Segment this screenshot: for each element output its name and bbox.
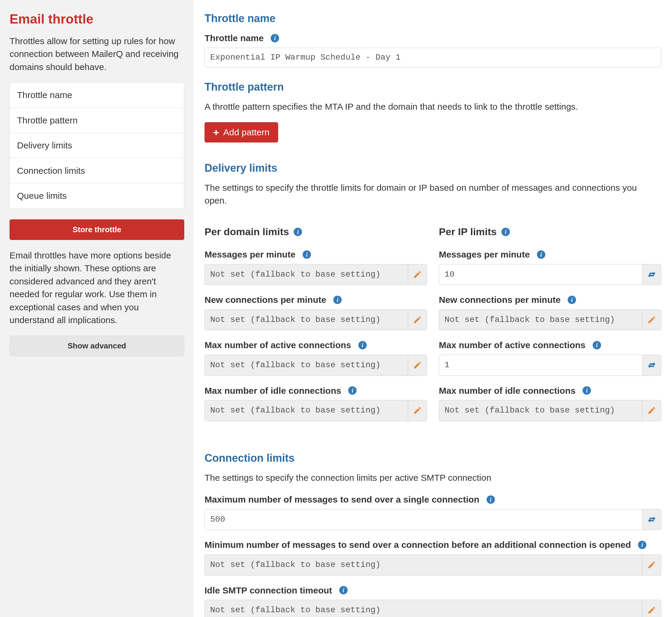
nav-throttle-name[interactable]: Throttle name <box>10 82 184 108</box>
info-icon[interactable]: i <box>487 495 495 504</box>
pencil-icon <box>647 406 656 415</box>
per-domain-column: Per domain limits i Messages per minute … <box>204 219 427 429</box>
pencil-icon <box>413 270 422 279</box>
edit-button[interactable] <box>408 355 427 376</box>
pencil-icon <box>413 361 422 370</box>
idle-smtp-timeout-input[interactable]: Not set (fallback to base setting) <box>204 600 642 617</box>
domain-max-idle-input[interactable]: Not set (fallback to base setting) <box>204 400 408 421</box>
sidebar-title: Email throttle <box>10 10 184 29</box>
info-icon[interactable]: i <box>333 296 342 304</box>
per-ip-heading: Per IP limits i <box>439 224 661 239</box>
label-text: Messages per minute <box>204 248 296 261</box>
add-pattern-button[interactable]: + Add pattern <box>204 122 278 143</box>
info-icon[interactable]: i <box>638 541 646 549</box>
max-msgs-single-conn-label: Maximum number of messages to send over … <box>204 493 661 506</box>
info-icon[interactable]: i <box>568 296 576 304</box>
pencil-icon <box>413 406 422 415</box>
domain-msgs-per-min-input[interactable]: Not set (fallback to base setting) <box>204 264 408 285</box>
label-text: Max number of idle connections <box>439 384 575 397</box>
ip-max-idle-input[interactable]: Not set (fallback to base setting) <box>439 400 642 421</box>
edit-button[interactable] <box>642 555 661 576</box>
info-icon[interactable]: i <box>582 386 591 395</box>
label-text: Max number of active connections <box>204 339 351 352</box>
plus-icon: + <box>213 127 219 138</box>
label-text: Minimum number of messages to send over … <box>204 538 631 552</box>
ip-new-conn-label: New connections per minute i <box>439 293 661 306</box>
store-throttle-button[interactable]: Store throttle <box>10 219 184 240</box>
reset-button[interactable] <box>642 509 661 530</box>
nav-connection-limits[interactable]: Connection limits <box>10 158 184 184</box>
edit-button[interactable] <box>642 310 661 331</box>
ip-max-active-label: Max number of active connections i <box>439 339 661 352</box>
domain-max-idle-label: Max number of idle connections i <box>204 384 427 397</box>
sidebar: Email throttle Throttles allow for setti… <box>0 0 194 617</box>
label-text: Max number of idle connections <box>204 384 341 397</box>
info-icon[interactable]: i <box>537 250 545 259</box>
info-icon[interactable]: i <box>501 228 510 236</box>
max-msgs-single-conn-input[interactable]: 500 <box>204 509 642 530</box>
info-icon[interactable]: i <box>358 341 367 349</box>
domain-new-conn-input[interactable]: Not set (fallback to base setting) <box>204 310 408 331</box>
edit-button[interactable] <box>408 400 427 421</box>
nav-queue-limits[interactable]: Queue limits <box>10 183 184 208</box>
throttle-pattern-desc: A throttle pattern specifies the MTA IP … <box>204 100 661 113</box>
section-throttle-pattern-heading: Throttle pattern <box>204 79 661 95</box>
min-msgs-before-additional-label: Minimum number of messages to send over … <box>204 538 661 552</box>
throttle-name-label-text: Throttle name <box>204 32 264 45</box>
label-text: New connections per minute <box>439 293 560 306</box>
label-text: Messages per minute <box>439 248 530 261</box>
per-ip-heading-text: Per IP limits <box>439 224 497 239</box>
add-pattern-label: Add pattern <box>223 127 270 138</box>
reset-button[interactable] <box>642 264 661 285</box>
section-connection-limits-heading: Connection limits <box>204 450 661 466</box>
edit-button[interactable] <box>408 264 427 285</box>
pencil-icon <box>413 316 422 324</box>
ip-max-idle-label: Max number of idle connections i <box>439 384 661 397</box>
label-text: Maximum number of messages to send over … <box>204 493 479 506</box>
main-content: Throttle name Throttle name i Throttle p… <box>194 0 672 617</box>
edit-button[interactable] <box>642 600 661 617</box>
reset-button[interactable] <box>642 355 661 376</box>
info-icon[interactable]: i <box>339 586 348 594</box>
repeat-icon <box>647 361 656 370</box>
pencil-icon <box>647 606 656 615</box>
connection-limits-desc: The settings to specify the connection l… <box>204 471 661 484</box>
info-icon[interactable]: i <box>271 34 279 42</box>
section-throttle-name-heading: Throttle name <box>204 11 661 26</box>
domain-max-active-input[interactable]: Not set (fallback to base setting) <box>204 355 408 376</box>
sidebar-intro: Throttles allow for setting up rules for… <box>10 35 184 74</box>
domain-new-conn-label: New connections per minute i <box>204 293 427 306</box>
edit-button[interactable] <box>408 310 427 331</box>
idle-smtp-timeout-label: Idle SMTP connection timeout i <box>204 584 661 597</box>
domain-max-active-label: Max number of active connections i <box>204 339 427 352</box>
nav-delivery-limits[interactable]: Delivery limits <box>10 133 184 158</box>
label-text: Idle SMTP connection timeout <box>204 584 332 597</box>
delivery-limits-desc: The settings to specify the throttle lim… <box>204 181 661 207</box>
ip-msgs-per-min-label: Messages per minute i <box>439 248 661 261</box>
label-text: New connections per minute <box>204 293 326 306</box>
repeat-icon <box>647 515 656 524</box>
throttle-name-label: Throttle name i <box>204 32 661 45</box>
info-icon[interactable]: i <box>294 228 302 236</box>
pencil-icon <box>647 316 656 324</box>
repeat-icon <box>647 270 656 279</box>
show-advanced-button[interactable]: Show advanced <box>10 336 184 356</box>
info-icon[interactable]: i <box>348 386 357 395</box>
nav-throttle-pattern[interactable]: Throttle pattern <box>10 108 184 133</box>
info-icon[interactable]: i <box>303 250 311 259</box>
min-msgs-before-additional-input[interactable]: Not set (fallback to base setting) <box>204 555 642 576</box>
ip-msgs-per-min-input[interactable]: 10 <box>439 264 642 285</box>
per-ip-column: Per IP limits i Messages per minute i 10 <box>439 219 661 429</box>
label-text: Max number of active connections <box>439 339 585 352</box>
advanced-description: Email throttles have more options beside… <box>10 249 184 327</box>
domain-msgs-per-min-label: Messages per minute i <box>204 248 427 261</box>
ip-max-active-input[interactable]: 1 <box>439 355 642 376</box>
ip-new-conn-input[interactable]: Not set (fallback to base setting) <box>439 310 642 331</box>
edit-button[interactable] <box>642 400 661 421</box>
per-domain-heading: Per domain limits i <box>204 224 427 239</box>
section-delivery-limits-heading: Delivery limits <box>204 160 661 176</box>
throttle-name-input[interactable] <box>204 48 661 67</box>
pencil-icon <box>647 560 656 569</box>
sidebar-nav: Throttle name Throttle pattern Delivery … <box>10 82 184 209</box>
info-icon[interactable]: i <box>593 341 601 349</box>
